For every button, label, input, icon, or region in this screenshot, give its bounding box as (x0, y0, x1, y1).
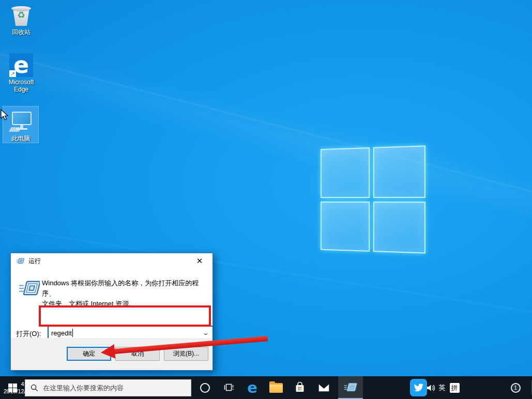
logo-pane (321, 147, 370, 198)
mouse-cursor (1, 109, 10, 121)
desktop-icon-recycle-bin[interactable]: ♻ 回收站 (4, 4, 39, 36)
desktop-icon-microsoft-edge[interactable]: e ↗ Microsoft Edge (4, 53, 39, 93)
run-icon (19, 280, 40, 297)
mail-button[interactable] (312, 376, 335, 399)
mail-icon (318, 383, 330, 392)
windows-logo-wallpaper (321, 145, 425, 253)
clock-date: 2019/12/20 (4, 388, 32, 395)
desktop-icon-label: 回收站 (4, 28, 39, 36)
taskbar-edge-button[interactable]: e (241, 376, 264, 399)
run-dialog-body: Windows 将根据你所输入的名称，为你打开相应的程序、 文件夹、文档或 In… (11, 269, 212, 339)
edge-icon: e (247, 379, 257, 396)
action-center-button[interactable]: 1 (507, 376, 524, 399)
edge-icon: e ↗ (9, 53, 33, 77)
light-ray (0, 32, 532, 271)
logo-pane (373, 145, 425, 197)
run-window-icon (344, 382, 357, 393)
desktop-icon-label: Microsoft Edge (4, 79, 39, 93)
volume-icon[interactable] (425, 376, 436, 399)
task-view-button[interactable] (217, 376, 240, 399)
ime-language-indicator[interactable]: 英 (437, 376, 447, 399)
cortana-icon (200, 383, 210, 393)
file-explorer-button[interactable] (265, 376, 287, 399)
desktop-icon-label: 此电脑 (3, 135, 38, 142)
notification-badge: 1 (511, 383, 521, 393)
run-dialog-title: 运行 (28, 257, 41, 266)
text-caret (72, 329, 73, 337)
taskbar-search-box[interactable] (25, 379, 191, 396)
search-input[interactable] (43, 384, 172, 392)
ime-pinyin-indicator[interactable]: 拼 (448, 376, 461, 399)
speaker-glyph (427, 384, 435, 392)
logo-pane (321, 201, 370, 252)
pinyin-icon: 拼 (450, 383, 460, 393)
annotation-highlight-box (39, 305, 211, 327)
chevron-down-icon[interactable]: ⌄ (202, 329, 209, 336)
bird-icon (414, 383, 424, 392)
task-view-icon (224, 383, 234, 392)
folder-icon (269, 383, 283, 393)
run-dialog-icon (16, 257, 24, 265)
clock-time: 4:24 (21, 380, 32, 388)
run-command-value: regedit (51, 329, 72, 337)
recycle-bin-icon: ♻ (11, 4, 32, 27)
store-icon (294, 382, 306, 393)
microsoft-store-button[interactable] (288, 376, 311, 399)
taskbar-run-window-button[interactable] (338, 376, 363, 399)
cortana-button[interactable] (193, 376, 216, 399)
run-dialog-titlebar[interactable]: 运行 ✕ (11, 253, 212, 269)
logo-pane (373, 202, 425, 254)
this-pc-icon (9, 110, 33, 133)
shortcut-arrow-icon: ↗ (9, 70, 16, 77)
open-label: 打开(O): (16, 329, 41, 339)
close-icon[interactable]: ✕ (192, 255, 207, 267)
taskbar: e (0, 376, 532, 399)
run-dialog-description: Windows 将根据你所输入的名称，为你打开相应的程序、 文件夹、文档或 In… (42, 278, 207, 309)
